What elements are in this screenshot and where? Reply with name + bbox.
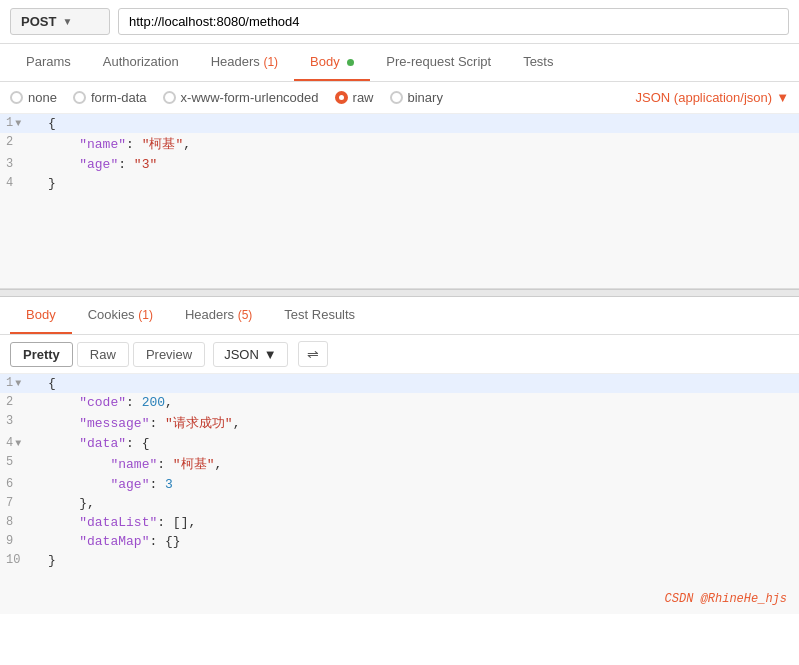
- option-none[interactable]: none: [10, 90, 57, 105]
- request-code-area[interactable]: 1 ▼ { 2 "name": "柯基", 3 "age": "3" 4 }: [0, 114, 799, 289]
- resp-line-6: 6 "age": 3: [0, 475, 799, 494]
- resp-line-10: 10 }: [0, 551, 799, 570]
- resp-tab-cookies[interactable]: Cookies (1): [72, 297, 169, 334]
- radio-binary: [390, 91, 403, 104]
- watermark: CSDN @RhineHe_hjs: [665, 592, 787, 606]
- method-select[interactable]: POST ▼: [10, 8, 110, 35]
- resp-line-2: 2 "code": 200,: [0, 393, 799, 412]
- code-line-4: 4 }: [0, 174, 799, 193]
- code-line-2: 2 "name": "柯基",: [0, 133, 799, 155]
- resp-tab-test-results[interactable]: Test Results: [268, 297, 371, 334]
- option-form-data[interactable]: form-data: [73, 90, 147, 105]
- tab-tests[interactable]: Tests: [507, 44, 569, 81]
- tab-body[interactable]: Body: [294, 44, 370, 81]
- method-label: POST: [21, 14, 56, 29]
- response-tabs: Body Cookies (1) Headers (5) Test Result…: [0, 297, 799, 335]
- resp-line-3: 3 "message": "请求成功",: [0, 412, 799, 434]
- code-line-3: 3 "age": "3": [0, 155, 799, 174]
- radio-form-data: [73, 91, 86, 104]
- resp-tab-body[interactable]: Body: [10, 297, 72, 334]
- radio-none: [10, 91, 23, 104]
- option-binary[interactable]: binary: [390, 90, 443, 105]
- pretty-btn[interactable]: Pretty: [10, 342, 73, 367]
- json-format-select[interactable]: JSON (application/json) ▼: [636, 90, 789, 105]
- resp-line-5: 5 "name": "柯基",: [0, 453, 799, 475]
- body-options: none form-data x-www-form-urlencoded raw…: [0, 82, 799, 114]
- url-input[interactable]: [118, 8, 789, 35]
- option-urlencoded[interactable]: x-www-form-urlencoded: [163, 90, 319, 105]
- resp-line-9: 9 "dataMap": {}: [0, 532, 799, 551]
- resp-line-8: 8 "dataList": [],: [0, 513, 799, 532]
- request-tabs: Params Authorization Headers (1) Body Pr…: [0, 44, 799, 82]
- method-chevron: ▼: [62, 16, 72, 27]
- wrap-icon[interactable]: ⇌: [298, 341, 328, 367]
- resp-line-1: 1 ▼ {: [0, 374, 799, 393]
- resp-tab-headers[interactable]: Headers (5): [169, 297, 268, 334]
- preview-btn[interactable]: Preview: [133, 342, 205, 367]
- code-line-1: 1 ▼ {: [0, 114, 799, 133]
- tab-authorization[interactable]: Authorization: [87, 44, 195, 81]
- resp-line-7: 7 },: [0, 494, 799, 513]
- response-code-area[interactable]: 1 ▼ { 2 "code": 200, 3 "message": "请求成功"…: [0, 374, 799, 614]
- section-divider: [0, 289, 799, 297]
- resp-line-4: 4 ▼ "data": {: [0, 434, 799, 453]
- tab-params[interactable]: Params: [10, 44, 87, 81]
- tab-headers[interactable]: Headers (1): [195, 44, 294, 81]
- top-bar: POST ▼: [0, 0, 799, 44]
- format-select[interactable]: JSON ▼: [213, 342, 288, 367]
- tab-pre-request[interactable]: Pre-request Script: [370, 44, 507, 81]
- radio-raw: [335, 91, 348, 104]
- body-dot: [347, 59, 354, 66]
- raw-btn[interactable]: Raw: [77, 342, 129, 367]
- option-raw[interactable]: raw: [335, 90, 374, 105]
- radio-urlencoded: [163, 91, 176, 104]
- response-toolbar: Pretty Raw Preview JSON ▼ ⇌: [0, 335, 799, 374]
